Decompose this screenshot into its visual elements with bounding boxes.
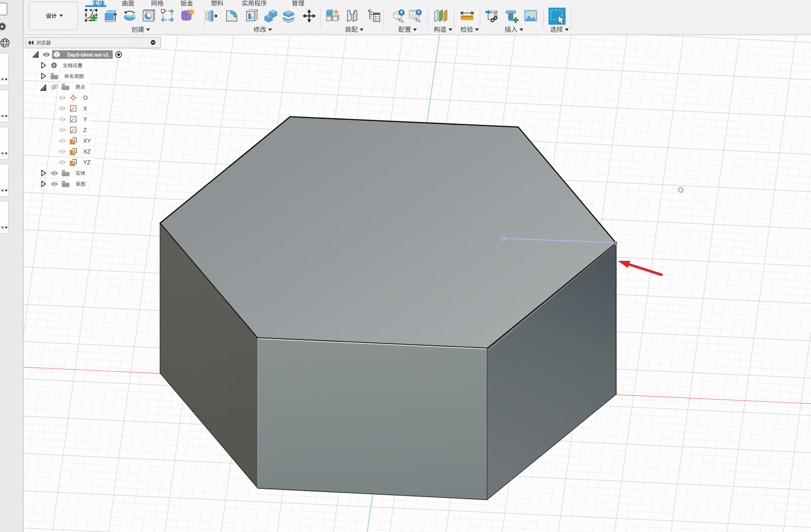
svg-text:Day5-blind nut v1: Day5-blind nut v1 [67,52,109,57]
svg-text:YZ: YZ [84,159,91,166]
svg-text:X: X [84,106,88,112]
svg-text:O: O [84,95,88,101]
svg-text:Z: Z [84,127,87,133]
svg-text:XZ: XZ [84,149,91,155]
svg-text:XY: XY [84,138,91,144]
svg-text:Y: Y [84,116,88,123]
